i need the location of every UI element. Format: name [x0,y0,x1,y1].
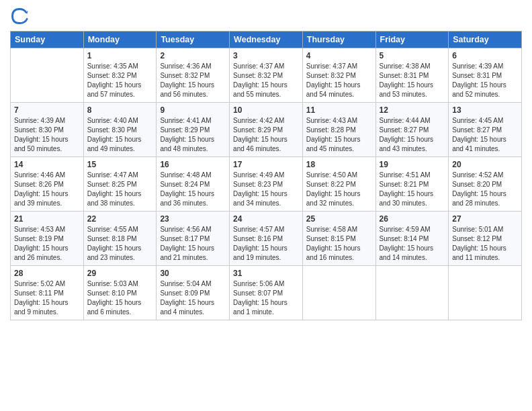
day-info: Sunrise: 4:56 AMSunset: 8:17 PMDaylight:… [160,225,226,263]
day-info: Sunrise: 5:02 AMSunset: 8:11 PMDaylight:… [14,279,80,317]
calendar-day-cell: 5Sunrise: 4:38 AMSunset: 8:31 PMDaylight… [375,48,449,103]
day-number: 17 [233,160,299,169]
calendar-table: SundayMondayTuesdayWednesdayThursdayFrid… [10,31,522,320]
day-number: 10 [233,105,299,115]
day-info: Sunrise: 4:49 AMSunset: 8:23 PMDaylight:… [233,171,299,208]
calendar-day-cell [11,48,84,103]
day-number: 30 [160,269,226,278]
day-number: 7 [14,105,80,115]
calendar-day-cell: 26Sunrise: 4:59 AMSunset: 8:14 PMDayligh… [375,212,449,266]
calendar-day-cell: 19Sunrise: 4:51 AMSunset: 8:21 PMDayligh… [375,157,449,212]
day-info: Sunrise: 4:42 AMSunset: 8:29 PMDaylight:… [233,116,299,154]
calendar-day-cell: 2Sunrise: 4:36 AMSunset: 8:32 PMDaylight… [157,48,230,103]
weekday-header-row: SundayMondayTuesdayWednesdayThursdayFrid… [11,32,522,48]
day-number: 18 [306,160,372,169]
calendar-week-row: 7Sunrise: 4:39 AMSunset: 8:30 PMDaylight… [11,103,522,157]
calendar-day-cell: 31Sunrise: 5:06 AMSunset: 8:07 PMDayligh… [230,266,303,320]
day-number: 13 [452,105,518,115]
day-info: Sunrise: 4:59 AMSunset: 8:14 PMDaylight:… [380,225,445,263]
calendar-day-cell: 23Sunrise: 4:56 AMSunset: 8:17 PMDayligh… [157,212,230,266]
calendar-day-cell: 14Sunrise: 4:46 AMSunset: 8:26 PMDayligh… [11,157,84,212]
calendar-day-cell: 22Sunrise: 4:55 AMSunset: 8:18 PMDayligh… [83,212,157,266]
day-info: Sunrise: 4:47 AMSunset: 8:25 PMDaylight:… [87,171,153,208]
day-number: 6 [452,51,518,60]
day-number: 14 [14,160,80,169]
day-number: 26 [380,214,445,224]
calendar-day-cell: 18Sunrise: 4:50 AMSunset: 8:22 PMDayligh… [302,157,375,212]
day-info: Sunrise: 5:04 AMSunset: 8:09 PMDaylight:… [160,279,226,317]
weekday-header: Wednesday [230,32,303,48]
day-number: 5 [380,51,445,60]
calendar-day-cell: 1Sunrise: 4:35 AMSunset: 8:32 PMDaylight… [83,48,157,103]
day-number: 20 [452,160,518,169]
calendar-day-cell: 20Sunrise: 4:52 AMSunset: 8:20 PMDayligh… [449,157,522,212]
day-info: Sunrise: 4:53 AMSunset: 8:19 PMDaylight:… [14,225,80,263]
day-info: Sunrise: 4:39 AMSunset: 8:31 PMDaylight:… [452,62,518,99]
day-info: Sunrise: 4:39 AMSunset: 8:30 PMDaylight:… [14,116,80,154]
day-info: Sunrise: 4:57 AMSunset: 8:16 PMDaylight:… [233,225,299,263]
weekday-header: Sunday [11,32,84,48]
calendar-day-cell: 3Sunrise: 4:37 AMSunset: 8:32 PMDaylight… [230,48,303,103]
day-info: Sunrise: 5:03 AMSunset: 8:10 PMDaylight:… [87,279,153,317]
day-number: 31 [233,269,299,278]
calendar-day-cell: 27Sunrise: 5:01 AMSunset: 8:12 PMDayligh… [449,212,522,266]
day-info: Sunrise: 5:06 AMSunset: 8:07 PMDaylight:… [233,279,299,317]
day-info: Sunrise: 4:36 AMSunset: 8:32 PMDaylight:… [160,62,226,99]
day-number: 3 [233,51,299,60]
calendar-day-cell: 21Sunrise: 4:53 AMSunset: 8:19 PMDayligh… [11,212,84,266]
day-number: 4 [306,51,372,60]
day-number: 8 [87,105,153,115]
day-info: Sunrise: 4:40 AMSunset: 8:30 PMDaylight:… [87,116,153,154]
day-info: Sunrise: 4:35 AMSunset: 8:32 PMDaylight:… [87,62,153,99]
calendar-week-row: 21Sunrise: 4:53 AMSunset: 8:19 PMDayligh… [11,212,522,266]
day-number: 15 [87,160,153,169]
logo [10,7,32,26]
day-number: 28 [14,269,80,278]
day-info: Sunrise: 4:37 AMSunset: 8:32 PMDaylight:… [306,62,372,99]
calendar-day-cell: 25Sunrise: 4:58 AMSunset: 8:15 PMDayligh… [302,212,375,266]
calendar-day-cell [375,266,449,320]
day-number: 23 [160,214,226,224]
calendar-day-cell [449,266,522,320]
day-info: Sunrise: 4:43 AMSunset: 8:28 PMDaylight:… [306,116,372,154]
day-info: Sunrise: 4:50 AMSunset: 8:22 PMDaylight:… [306,171,372,208]
day-info: Sunrise: 4:51 AMSunset: 8:21 PMDaylight:… [380,171,445,208]
calendar-week-row: 1Sunrise: 4:35 AMSunset: 8:32 PMDaylight… [11,48,522,103]
weekday-header: Saturday [449,32,522,48]
weekday-header: Thursday [302,32,375,48]
calendar-day-cell: 12Sunrise: 4:44 AMSunset: 8:27 PMDayligh… [375,103,449,157]
day-number: 19 [380,160,445,169]
day-number: 21 [14,214,80,224]
day-info: Sunrise: 4:55 AMSunset: 8:18 PMDaylight:… [87,225,153,263]
weekday-header: Friday [375,32,449,48]
calendar-day-cell: 16Sunrise: 4:48 AMSunset: 8:24 PMDayligh… [157,157,230,212]
day-number: 2 [160,51,226,60]
day-info: Sunrise: 4:52 AMSunset: 8:20 PMDaylight:… [452,171,518,208]
day-number: 1 [87,51,153,60]
calendar-day-cell: 28Sunrise: 5:02 AMSunset: 8:11 PMDayligh… [11,266,84,320]
day-number: 27 [452,214,518,224]
day-info: Sunrise: 4:58 AMSunset: 8:15 PMDaylight:… [306,225,372,263]
weekday-header: Monday [83,32,157,48]
day-number: 16 [160,160,226,169]
day-number: 24 [233,214,299,224]
day-info: Sunrise: 4:41 AMSunset: 8:29 PMDaylight:… [160,116,226,154]
calendar-day-cell: 10Sunrise: 4:42 AMSunset: 8:29 PMDayligh… [230,103,303,157]
day-number: 9 [160,105,226,115]
calendar-day-cell: 29Sunrise: 5:03 AMSunset: 8:10 PMDayligh… [83,266,157,320]
day-info: Sunrise: 4:37 AMSunset: 8:32 PMDaylight:… [233,62,299,99]
calendar-day-cell: 7Sunrise: 4:39 AMSunset: 8:30 PMDaylight… [11,103,84,157]
calendar-day-cell: 24Sunrise: 4:57 AMSunset: 8:16 PMDayligh… [230,212,303,266]
day-info: Sunrise: 4:48 AMSunset: 8:24 PMDaylight:… [160,171,226,208]
day-number: 22 [87,214,153,224]
calendar-day-cell [302,266,375,320]
day-number: 29 [87,269,153,278]
calendar-day-cell: 11Sunrise: 4:43 AMSunset: 8:28 PMDayligh… [302,103,375,157]
header [10,7,522,26]
day-info: Sunrise: 4:45 AMSunset: 8:27 PMDaylight:… [452,116,518,154]
calendar-day-cell: 13Sunrise: 4:45 AMSunset: 8:27 PMDayligh… [449,103,522,157]
day-info: Sunrise: 4:44 AMSunset: 8:27 PMDaylight:… [380,116,445,154]
calendar-day-cell: 6Sunrise: 4:39 AMSunset: 8:31 PMDaylight… [449,48,522,103]
day-number: 25 [306,214,372,224]
day-info: Sunrise: 5:01 AMSunset: 8:12 PMDaylight:… [452,225,518,263]
